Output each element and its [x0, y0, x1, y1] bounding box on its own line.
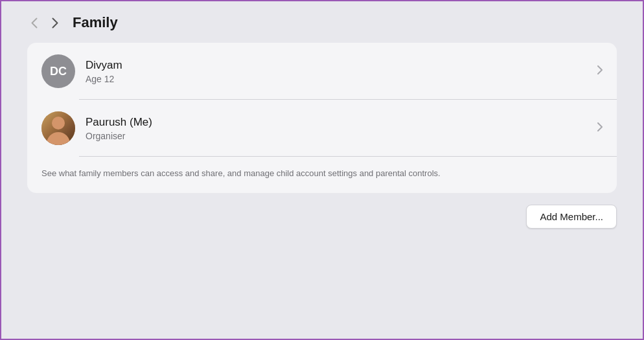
header: Family: [1, 0, 643, 43]
member-name-divyam: Divyam: [86, 59, 592, 72]
add-member-button[interactable]: Add Member...: [526, 205, 617, 229]
back-icon: [31, 17, 38, 28]
avatar-divyam: DC: [41, 54, 75, 88]
member-role-paurush: Organiser: [86, 131, 592, 141]
page-title: Family: [73, 14, 118, 31]
member-info-divyam: Divyam Age 12: [86, 59, 592, 84]
member-row-divyam[interactable]: DC Divyam Age 12: [27, 43, 617, 100]
description-text: See what family members can access and s…: [41, 167, 603, 180]
forward-icon: [52, 17, 58, 28]
member-name-paurush: Paurush (Me): [86, 116, 592, 129]
member-row-paurush[interactable]: Paurush (Me) Organiser: [27, 100, 617, 157]
window: Family DC Divyam Age 12: [1, 0, 643, 340]
content-area: DC Divyam Age 12 Paurush (Me): [1, 43, 643, 193]
chevron-right-icon-paurush: [597, 122, 603, 134]
member-role-divyam: Age 12: [86, 74, 592, 84]
members-card: DC Divyam Age 12 Paurush (Me): [27, 43, 617, 193]
chevron-right-icon-divyam: [597, 65, 603, 77]
forward-button[interactable]: [48, 16, 62, 30]
avatar-photo-paurush: [41, 111, 75, 145]
member-info-paurush: Paurush (Me) Organiser: [86, 116, 592, 141]
back-button[interactable]: [27, 16, 41, 30]
avatar-paurush: [41, 111, 75, 145]
footer: Add Member...: [1, 205, 643, 229]
description-row: See what family members can access and s…: [27, 157, 617, 193]
